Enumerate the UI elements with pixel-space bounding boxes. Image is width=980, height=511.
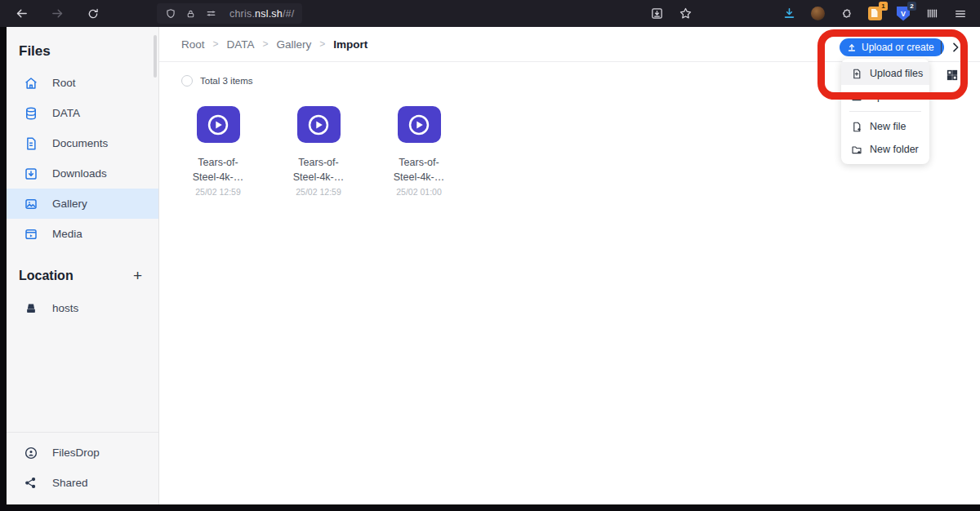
sidebar-item-label: DATA [52, 107, 80, 119]
browser-toolbar: chris.nsl.sh/#/ 1 V 2 [0, 0, 980, 27]
video-file-icon [297, 106, 341, 143]
document-icon [24, 136, 38, 151]
media-icon [24, 227, 38, 242]
file-name: Tears-of-Steel-4k-… [293, 155, 345, 184]
add-location-button[interactable]: + [133, 270, 142, 282]
menu-separator [849, 111, 921, 112]
extension-avatar-icon[interactable] [809, 6, 826, 22]
bookmark-star-icon[interactable] [677, 6, 693, 22]
extensions-puzzle-icon[interactable] [838, 6, 854, 22]
sidebar-item-label: Gallery [52, 198, 87, 210]
save-page-icon[interactable] [648, 6, 665, 22]
sidebar-item-label: Downloads [52, 167, 107, 180]
sidebar-item-media[interactable]: Media [7, 219, 158, 249]
forward-icon [49, 6, 65, 22]
extension-orange-badge: 1 [879, 2, 888, 11]
menu-item-upload-files[interactable]: Upload files [841, 62, 929, 85]
sidebar: Files Root DATA Documents [7, 27, 159, 504]
host-icon [24, 301, 38, 316]
upload-icon [847, 42, 857, 52]
file-tile[interactable]: Tears-of-Steel-4k-… 25/02 01:00 [382, 106, 456, 197]
folder-upload-icon [851, 91, 862, 103]
url-bar[interactable]: chris.nsl.sh/#/ [157, 3, 302, 24]
video-file-icon [197, 106, 240, 143]
menu-item-label: Upload folder [870, 91, 930, 102]
downloads-icon[interactable] [781, 6, 797, 22]
breadcrumb-gallery[interactable]: Gallery [277, 38, 312, 51]
sidebar-scrollbar[interactable] [154, 35, 157, 78]
location-section-header: Location + [7, 249, 158, 293]
lock-icon[interactable] [185, 8, 196, 20]
file-name: Tears-of-Steel-4k-… [394, 155, 445, 184]
view-grid-icon[interactable] [946, 69, 959, 85]
extension-orange-icon[interactable]: 1 [866, 6, 883, 22]
sidebar-item-gallery[interactable]: Gallery [7, 189, 158, 219]
sidebar-item-shared[interactable]: Shared [7, 468, 158, 498]
sidebar-item-hosts[interactable]: hosts [7, 293, 158, 323]
breadcrumb-separator-icon: > [319, 38, 325, 50]
site-permissions-icon[interactable] [205, 8, 217, 19]
menu-item-label: New file [870, 121, 906, 132]
reload-icon[interactable] [85, 6, 101, 22]
file-tile[interactable]: Tears-of-Steel-4k-… 25/02 12:59 [181, 106, 255, 197]
select-all-circle[interactable] [181, 75, 193, 87]
menu-item-label: New folder [870, 144, 919, 155]
sidebar-item-documents[interactable]: Documents [7, 128, 158, 158]
back-icon[interactable] [13, 6, 29, 22]
files-heading: Files [7, 27, 158, 68]
url-subdomain: chris. [229, 8, 255, 20]
home-icon [24, 76, 38, 91]
location-heading: Location [19, 269, 74, 283]
upload-or-create-button[interactable]: Upload or create [840, 38, 944, 56]
sidebar-item-label: FilesDrop [52, 447, 100, 459]
download-icon [24, 167, 38, 181]
breadcrumb-root[interactable]: Root [181, 38, 205, 51]
menu-item-label: Upload files [870, 68, 923, 79]
menu-item-upload-folder[interactable]: Upload folder [841, 85, 929, 108]
sidebar-footer: FilesDrop Shared [7, 432, 158, 498]
upload-create-menu: Upload files Upload folder New file New … [841, 59, 929, 164]
new-folder-icon [851, 144, 862, 156]
url-path: /#/ [283, 8, 295, 20]
item-count-text: Total 3 items [200, 76, 253, 86]
url-text[interactable]: chris.nsl.sh/#/ [229, 8, 294, 20]
header-divider [941, 41, 942, 54]
share-icon [24, 476, 38, 491]
video-file-icon [398, 106, 441, 143]
file-name: Tears-of-Steel-4k-… [193, 155, 244, 184]
containers-bars-icon[interactable] [924, 6, 940, 22]
sidebar-item-label: Shared [52, 477, 88, 489]
chevron-right-icon[interactable] [949, 40, 962, 58]
upload-button-label: Upload or create [862, 42, 934, 53]
breadcrumb-separator-icon: > [263, 38, 269, 50]
sidebar-item-label: Documents [52, 137, 108, 149]
sidebar-item-data[interactable]: DATA [7, 98, 158, 128]
extension-shield-badge: 2 [907, 2, 916, 11]
breadcrumb: Root > DATA > Gallery > Import [181, 38, 368, 51]
file-upload-icon [851, 68, 862, 80]
extension-shield-icon[interactable]: V 2 [895, 6, 911, 22]
sidebar-item-filesdrop[interactable]: FilesDrop [7, 438, 158, 468]
filesdrop-icon [24, 446, 38, 460]
sidebar-item-label: hosts [52, 302, 78, 314]
breadcrumb-data[interactable]: DATA [227, 38, 255, 51]
sidebar-item-downloads[interactable]: Downloads [7, 158, 158, 189]
sidebar-item-label: Root [52, 77, 76, 89]
breadcrumb-separator-icon: > [213, 38, 219, 50]
file-tile[interactable]: Tears-of-Steel-4k-… 25/02 12:59 [282, 106, 355, 197]
breadcrumb-current: Import [333, 38, 368, 51]
sidebar-item-label: Media [52, 228, 82, 240]
page-content: Files Root DATA Documents [7, 27, 980, 504]
menu-hamburger-icon[interactable] [952, 6, 969, 22]
browser-nav-buttons [0, 6, 101, 22]
url-domain: nsl.sh [255, 8, 283, 20]
gallery-icon [24, 197, 38, 211]
file-modified-date: 25/02 12:59 [296, 187, 341, 197]
database-icon [24, 106, 38, 121]
menu-item-new-file[interactable]: New file [841, 115, 929, 138]
menu-item-new-folder[interactable]: New folder [841, 138, 929, 161]
browser-toolbar-right: 1 V 2 [648, 6, 980, 22]
sidebar-item-root[interactable]: Root [7, 68, 158, 98]
file-modified-date: 25/02 01:00 [396, 187, 441, 197]
tracking-shield-icon[interactable] [165, 8, 176, 20]
